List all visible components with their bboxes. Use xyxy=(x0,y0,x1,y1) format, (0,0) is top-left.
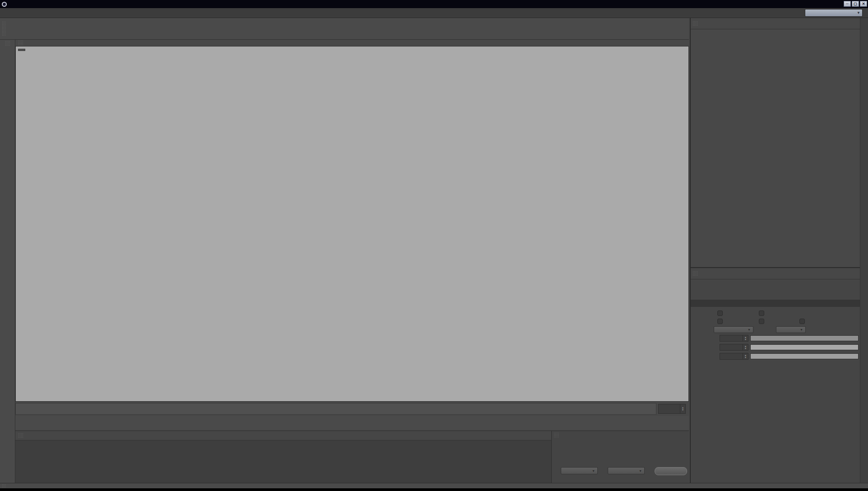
strength-slider[interactable] xyxy=(750,344,859,350)
rubber-checkbox[interactable] xyxy=(759,319,764,324)
current-frame-field[interactable]: ▲▼ xyxy=(658,404,686,414)
material-menu-grip[interactable] xyxy=(18,433,23,438)
viewport-canvas[interactable] xyxy=(15,46,689,402)
radius-field[interactable]: ▲▼ xyxy=(720,335,748,342)
attribute-object-title xyxy=(691,279,860,289)
maxon-brand xyxy=(1,426,14,481)
viewport-view-label[interactable] xyxy=(18,49,25,51)
object-manager-menu xyxy=(691,18,860,29)
layout-select[interactable]: ▼ xyxy=(805,9,863,17)
chevron-down-icon: ▼ xyxy=(748,328,751,331)
object-manager-grip[interactable] xyxy=(693,21,698,26)
width-slider[interactable] xyxy=(750,353,859,359)
status-grip[interactable] xyxy=(2,484,6,488)
preview-checkbox[interactable] xyxy=(759,310,764,316)
coordinates-grip[interactable] xyxy=(554,432,559,438)
attribute-tabs xyxy=(691,289,860,298)
mode-select[interactable]: ▼ xyxy=(776,326,806,333)
coordinates-panel: ▼ ▼ xyxy=(551,431,689,483)
chevron-down-icon: ▼ xyxy=(639,469,642,472)
viewport-menu-grip[interactable] xyxy=(18,40,23,46)
strength-field[interactable]: ▲▼ xyxy=(720,344,748,351)
minimize-button[interactable]: ─ xyxy=(844,1,851,7)
spinner-arrows-icon[interactable]: ▲▼ xyxy=(743,335,748,341)
title-bar: ─ ▢ ✕ xyxy=(0,0,868,8)
spinner-arrows-icon[interactable]: ▲▼ xyxy=(743,344,748,350)
chevron-down-icon: ▼ xyxy=(857,11,860,15)
mode-toolbar xyxy=(0,40,15,483)
chevron-down-icon: ▼ xyxy=(800,328,803,331)
toolbar-grip[interactable] xyxy=(2,21,6,37)
radius-slider[interactable] xyxy=(750,335,859,341)
attribute-manager-grip[interactable] xyxy=(693,271,698,276)
restrict-checkbox[interactable] xyxy=(799,319,805,324)
leftbar-grip[interactable] xyxy=(5,41,10,46)
object-tree xyxy=(691,29,860,267)
close-button[interactable]: ✕ xyxy=(860,1,867,7)
app-logo-icon xyxy=(2,2,7,7)
timeline-ruler[interactable] xyxy=(15,403,656,415)
object-manager xyxy=(690,18,860,267)
apply-button[interactable] xyxy=(655,467,687,475)
attribute-manager-menu xyxy=(691,268,860,279)
soft-selection-form: ▼ ▼ ▲▼ ▲▼ ▲▼ xyxy=(691,307,860,366)
width-field[interactable]: ▲▼ xyxy=(720,353,748,360)
transport-bar xyxy=(15,416,689,430)
status-bar xyxy=(0,483,868,488)
main-toolbar xyxy=(0,18,689,40)
falloff-select[interactable]: ▼ xyxy=(714,326,753,333)
soft-selection-header[interactable] xyxy=(691,300,860,307)
chevron-down-icon: ▼ xyxy=(592,469,595,472)
transform-mode-select[interactable]: ▼ xyxy=(608,467,645,474)
bottom-edge xyxy=(0,488,868,491)
viewport-menu-bar xyxy=(15,40,689,46)
attribute-manager: ▼ ▼ ▲▼ ▲▼ ▲▼ xyxy=(690,267,860,483)
spinner-arrows-icon[interactable]: ▲▼ xyxy=(680,404,685,413)
material-menu-bar xyxy=(15,431,551,440)
spinner-arrows-icon[interactable]: ▲▼ xyxy=(743,353,748,359)
maximize-button[interactable]: ▢ xyxy=(852,1,859,7)
main-menu-bar: ▼ xyxy=(0,8,868,18)
coordinate-system-select[interactable]: ▼ xyxy=(561,467,598,474)
enable-checkbox[interactable] xyxy=(717,310,723,316)
material-manager xyxy=(15,431,551,483)
panel-tab-strip xyxy=(860,18,868,483)
surface-checkbox[interactable] xyxy=(717,319,723,324)
